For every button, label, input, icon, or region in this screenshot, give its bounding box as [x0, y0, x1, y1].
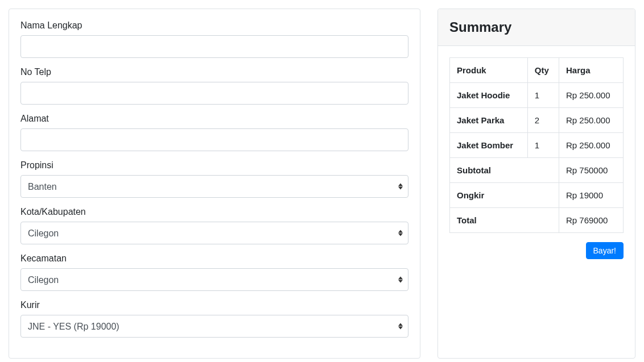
- cell-qty: 2: [527, 108, 559, 133]
- kecamatan-select[interactable]: Cilegon: [20, 268, 408, 291]
- summary-title: Summary: [449, 19, 624, 35]
- cell-qty: 1: [527, 83, 559, 108]
- telp-input[interactable]: [20, 82, 408, 105]
- kota-select[interactable]: Cilegon: [20, 222, 408, 244]
- subtotal-value: Rp 750000: [559, 158, 623, 183]
- cell-harga: Rp 250.000: [559, 83, 623, 108]
- table-row: Jaket Parka 2 Rp 250.000: [450, 108, 624, 133]
- total-value: Rp 769000: [559, 208, 623, 233]
- ongkir-row: Ongkir Rp 19000: [450, 183, 624, 208]
- ongkir-label: Ongkir: [450, 183, 559, 208]
- col-produk: Produk: [450, 58, 528, 83]
- summary-header: Summary: [438, 9, 635, 46]
- table-row: Jaket Hoodie 1 Rp 250.000: [450, 83, 624, 108]
- table-row: Jaket Bomber 1 Rp 250.000: [450, 133, 624, 158]
- cell-harga: Rp 250.000: [559, 108, 623, 133]
- cell-produk: Jaket Bomber: [450, 133, 528, 158]
- nama-label: Nama Lengkap: [20, 20, 408, 31]
- propinsi-select[interactable]: Banten: [20, 175, 408, 198]
- cell-qty: 1: [527, 133, 559, 158]
- cell-produk: Jaket Parka: [450, 108, 528, 133]
- summary-table: Produk Qty Harga Jaket Hoodie 1 Rp 250.0…: [449, 57, 624, 233]
- cell-harga: Rp 250.000: [559, 133, 623, 158]
- alamat-input[interactable]: [20, 128, 408, 151]
- pay-button[interactable]: Bayar!: [586, 242, 624, 259]
- col-qty: Qty: [527, 58, 559, 83]
- telp-label: No Telp: [20, 67, 408, 77]
- total-label: Total: [450, 208, 559, 233]
- nama-input[interactable]: [20, 35, 408, 58]
- subtotal-row: Subtotal Rp 750000: [450, 158, 624, 183]
- cell-produk: Jaket Hoodie: [450, 83, 528, 108]
- alamat-label: Alamat: [20, 114, 408, 124]
- col-harga: Harga: [559, 58, 623, 83]
- checkout-form: Nama Lengkap No Telp Alamat Propinsi Ban…: [9, 9, 420, 359]
- subtotal-label: Subtotal: [450, 158, 559, 183]
- kurir-select[interactable]: JNE - YES (Rp 19000): [20, 315, 408, 338]
- total-row: Total Rp 769000: [450, 208, 624, 233]
- summary-card: Summary Produk Qty Harga Jaket Hoodie 1 …: [437, 9, 635, 359]
- propinsi-label: Propinsi: [20, 160, 408, 170]
- ongkir-value: Rp 19000: [559, 183, 623, 208]
- kecamatan-label: Kecamatan: [20, 253, 408, 264]
- kota-label: Kota/Kabupaten: [20, 207, 408, 217]
- kurir-label: Kurir: [20, 300, 408, 310]
